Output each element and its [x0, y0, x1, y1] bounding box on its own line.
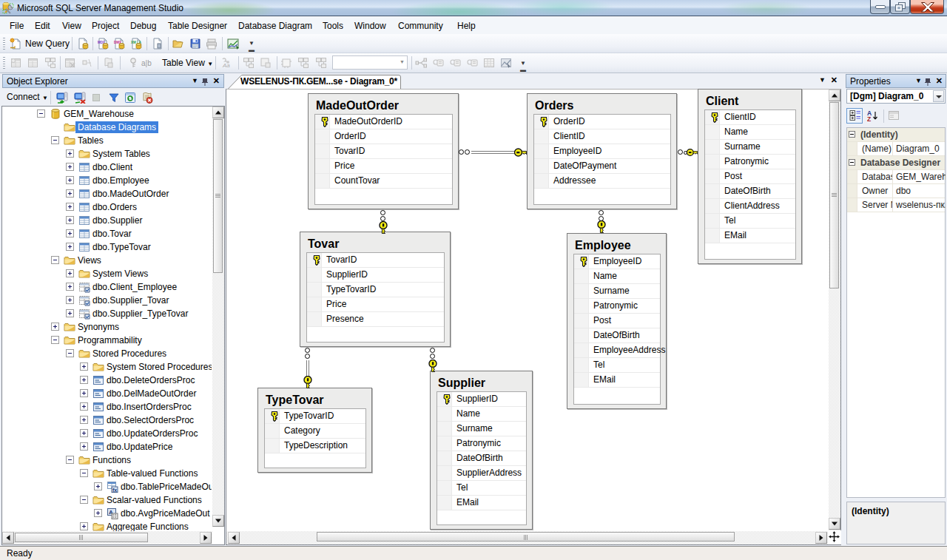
svg-text:fx: fx: [112, 488, 117, 493]
svg-text:Z: Z: [867, 115, 871, 121]
svg-text:a|b: a|b: [141, 59, 152, 67]
svg-text:Aa: Aa: [222, 62, 230, 69]
